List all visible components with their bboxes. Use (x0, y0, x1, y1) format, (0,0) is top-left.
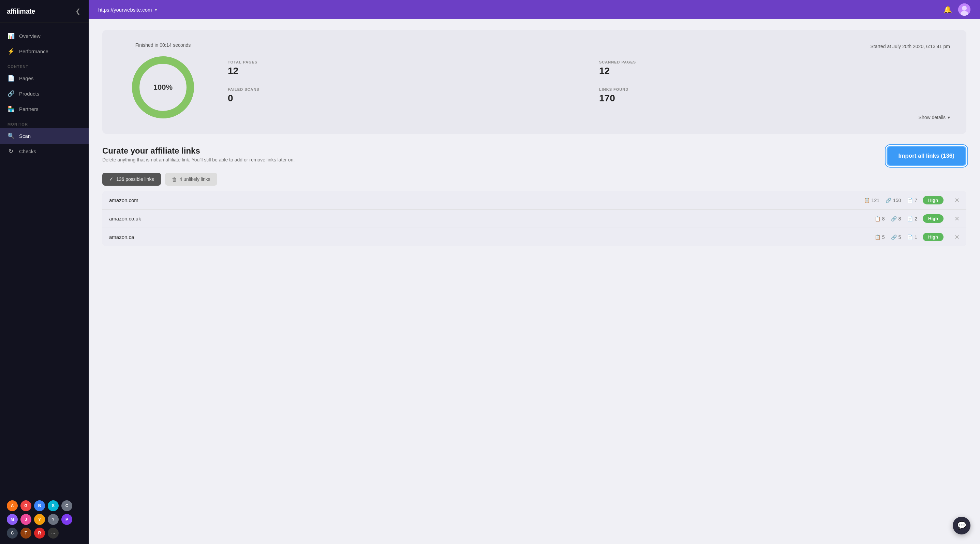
docs-stat: 📄 1 (907, 235, 917, 240)
scan-card-left: Finished in 00:14 seconds 100% (119, 42, 207, 121)
sidebar-item-label: Partners (19, 106, 38, 112)
links-table: amazon.com 📋 121 🔗 150 📄 7 High (102, 191, 966, 246)
table-row: amazon.co.uk 📋 8 🔗 8 📄 2 High (102, 209, 966, 228)
priority-badge: High (923, 214, 943, 223)
pages-stat: 📋 5 (875, 235, 885, 240)
tab-unlikely-links-label: 4 unlikely links (180, 176, 210, 182)
sidebar-item-performance[interactable]: ⚡ Performance (0, 44, 89, 59)
sidebar-item-partners[interactable]: 🏪 Partners (0, 101, 89, 117)
chat-bubble-button[interactable]: 💬 (953, 517, 970, 534)
avatar-c1[interactable]: C (61, 500, 72, 511)
avatar-c2[interactable]: C (7, 528, 18, 539)
curate-header: Curate your affiliate links Delete anyth… (102, 146, 966, 166)
avatar-p[interactable]: P (61, 514, 72, 525)
url-selector[interactable]: https://yourwebsite.com ▾ (98, 7, 157, 13)
sidebar-item-label: Scan (19, 133, 31, 139)
pages-icon: 📄 (8, 75, 14, 82)
avatar-q2[interactable]: ? (48, 514, 59, 525)
link-tabs: ✓ 136 possible links 🗑 4 unlikely links (102, 173, 966, 186)
pages-count: 8 (882, 216, 885, 222)
doc-icon: 📄 (907, 216, 913, 222)
docs-count: 1 (915, 235, 917, 240)
more-avatars-button[interactable]: ··· (48, 528, 59, 539)
avatar-t[interactable]: T (21, 528, 31, 539)
sidebar-item-label: Checks (19, 148, 36, 154)
link-icon: 🔗 (886, 198, 891, 203)
links-stat: 🔗 8 (891, 216, 901, 222)
checks-icon: ↻ (8, 148, 14, 155)
avatar-q1[interactable]: ? (34, 514, 45, 525)
doc-icon: 📄 (907, 235, 913, 240)
stat-failed-scans-value: 0 (228, 93, 579, 104)
progress-donut: 100% (129, 53, 197, 121)
sidebar-item-scan[interactable]: 🔍 Scan (0, 128, 89, 144)
tab-unlikely-links[interactable]: 🗑 4 unlikely links (165, 173, 217, 186)
trash-icon: 🗑 (172, 176, 177, 182)
table-row: amazon.com 📋 121 🔗 150 📄 7 High (102, 191, 966, 209)
scan-stats: TOTAL PAGES 12 SCANNED PAGES 12 FAILED S… (228, 60, 950, 104)
avatar-r[interactable]: R (34, 528, 45, 539)
link-icon: 🔗 (891, 235, 897, 240)
links-count: 5 (899, 235, 901, 240)
sidebar-item-label: Overview (19, 33, 41, 39)
remove-row-button[interactable]: ✕ (955, 215, 959, 223)
curate-title-block: Curate your affiliate links Delete anyth… (102, 146, 294, 163)
stat-links-found: LINKS FOUND 170 (599, 88, 950, 104)
progress-percent: 100% (153, 83, 173, 92)
row-stats: 📋 8 🔗 8 📄 2 (875, 216, 917, 222)
remove-row-button[interactable]: ✕ (955, 196, 959, 204)
avatar-b[interactable]: B (34, 500, 45, 511)
avatar-m[interactable]: M (7, 514, 18, 525)
pages-stat: 📋 121 (864, 198, 880, 203)
avatar-j[interactable]: J (21, 514, 31, 525)
row-stats: 📋 5 🔗 5 📄 1 (875, 235, 917, 240)
started-label: Started at July 20th 2020, 6:13:41 pm (228, 44, 950, 49)
collapse-sidebar-button[interactable]: ❮ (74, 6, 82, 16)
avatar-g[interactable]: G (21, 500, 31, 511)
import-all-links-button[interactable]: Import all links (136) (886, 146, 966, 166)
stat-scanned-pages-label: SCANNED PAGES (599, 60, 950, 64)
docs-stat: 📄 7 (907, 198, 917, 203)
avatar-s[interactable]: S (48, 500, 59, 511)
tab-possible-links[interactable]: ✓ 136 possible links (102, 173, 161, 186)
stat-failed-scans-label: FAILED SCANS (228, 88, 579, 91)
pages-count: 121 (872, 198, 880, 203)
pages-icon: 📋 (875, 216, 880, 222)
stat-scanned-pages: SCANNED PAGES 12 (599, 60, 950, 77)
show-details-label: Show details (919, 115, 945, 120)
stat-scanned-pages-value: 12 (599, 65, 950, 77)
pages-icon: 📋 (864, 198, 870, 203)
links-stat: 🔗 150 (886, 198, 901, 203)
domain-amazon-com: amazon.com (109, 197, 859, 203)
chart-icon: 📊 (8, 32, 14, 40)
sidebar-item-label: Pages (19, 75, 34, 81)
sidebar-item-pages[interactable]: 📄 Pages (0, 71, 89, 86)
finished-label: Finished in 00:14 seconds (135, 42, 191, 48)
chevron-down-icon: ▾ (948, 115, 950, 120)
bell-icon[interactable]: 🔔 (943, 5, 952, 14)
pages-stat: 📋 8 (875, 216, 885, 222)
user-avatar[interactable] (958, 3, 970, 16)
sidebar-item-checks[interactable]: ↻ Checks (0, 144, 89, 159)
stat-total-pages-label: TOTAL PAGES (228, 60, 579, 64)
stat-total-pages: TOTAL PAGES 12 (228, 60, 579, 77)
topbar-right: 🔔 (943, 3, 970, 16)
topbar: https://yourwebsite.com ▾ 🔔 (89, 0, 980, 19)
chat-icon: 💬 (957, 521, 966, 530)
sidebar-item-overview[interactable]: 📊 Overview (0, 28, 89, 44)
svg-point-1 (962, 6, 967, 11)
show-details-button[interactable]: Show details ▾ (228, 115, 950, 120)
scan-icon: 🔍 (8, 132, 14, 140)
stat-links-found-value: 170 (599, 93, 950, 104)
sidebar-item-products[interactable]: 🔗 Products (0, 86, 89, 101)
stat-links-found-label: LINKS FOUND (599, 88, 950, 91)
docs-stat: 📄 2 (907, 216, 917, 222)
domain-amazon-ca: amazon.ca (109, 234, 869, 240)
remove-row-button[interactable]: ✕ (955, 233, 959, 241)
content-area: Finished in 00:14 seconds 100% Started a… (89, 19, 980, 544)
docs-count: 2 (915, 216, 917, 222)
avatar-a[interactable]: A (7, 500, 18, 511)
priority-badge: High (923, 233, 943, 241)
stat-failed-scans: FAILED SCANS 0 (228, 88, 579, 104)
links-count: 8 (899, 216, 901, 222)
